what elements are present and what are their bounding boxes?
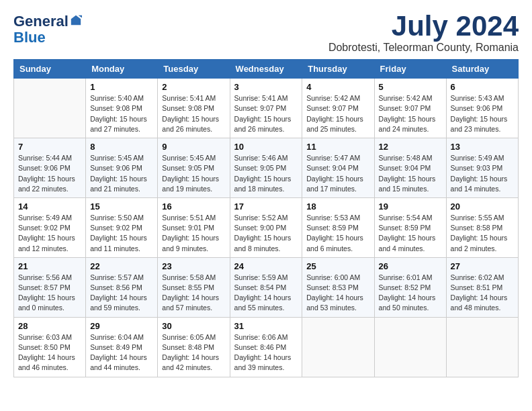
calendar-header-saturday: Saturday (446, 60, 518, 79)
calendar-cell: 19Sunrise: 5:54 AMSunset: 8:59 PMDayligh… (374, 197, 446, 257)
cell-info: Sunrise: 5:55 AMSunset: 8:58 PMDaylight:… (451, 213, 514, 254)
calendar-cell: 5Sunrise: 5:42 AMSunset: 9:07 PMDaylight… (374, 79, 446, 138)
calendar-cell: 18Sunrise: 5:53 AMSunset: 8:59 PMDayligh… (302, 197, 374, 257)
cell-day-number: 16 (162, 201, 225, 212)
cell-info: Sunrise: 5:44 AMSunset: 9:06 PMDaylight:… (18, 153, 81, 194)
calendar-cell (446, 317, 518, 377)
cell-info: Sunrise: 5:59 AMSunset: 8:54 PMDaylight:… (234, 273, 298, 314)
cell-info: Sunrise: 5:56 AMSunset: 8:57 PMDaylight:… (18, 273, 81, 314)
main-title: July 2024 (328, 11, 519, 42)
calendar-cell: 21Sunrise: 5:56 AMSunset: 8:57 PMDayligh… (14, 257, 86, 317)
calendar-header-row: SundayMondayTuesdayWednesdayThursdayFrid… (14, 60, 519, 79)
calendar-cell: 1Sunrise: 5:40 AMSunset: 9:08 PMDaylight… (86, 79, 158, 138)
subtitle: Dobrotesti, Teleorman County, Romania (328, 42, 519, 54)
cell-day-number: 22 (90, 261, 153, 271)
cell-day-number: 1 (90, 82, 153, 92)
cell-day-number: 6 (451, 82, 514, 92)
calendar-cell: 28Sunrise: 6:03 AMSunset: 8:50 PMDayligh… (14, 317, 86, 377)
calendar-cell: 16Sunrise: 5:51 AMSunset: 9:01 PMDayligh… (158, 197, 230, 257)
calendar-cell: 24Sunrise: 5:59 AMSunset: 8:54 PMDayligh… (230, 257, 302, 317)
calendar-header-tuesday: Tuesday (158, 60, 230, 79)
calendar-cell (374, 317, 446, 377)
cell-info: Sunrise: 5:41 AMSunset: 9:07 PMDaylight:… (234, 93, 298, 134)
calendar-cell (302, 317, 374, 377)
cell-day-number: 4 (306, 82, 369, 92)
cell-day-number: 13 (451, 142, 514, 152)
calendar-cell: 31Sunrise: 6:06 AMSunset: 8:46 PMDayligh… (230, 317, 302, 377)
cell-info: Sunrise: 5:53 AMSunset: 8:59 PMDaylight:… (306, 213, 369, 254)
calendar-cell: 30Sunrise: 6:05 AMSunset: 8:48 PMDayligh… (158, 317, 230, 377)
cell-info: Sunrise: 5:50 AMSunset: 9:02 PMDaylight:… (90, 213, 153, 254)
cell-day-number: 21 (18, 261, 81, 271)
cell-day-number: 2 (162, 82, 225, 92)
calendar-cell: 14Sunrise: 5:49 AMSunset: 9:02 PMDayligh… (14, 197, 86, 257)
cell-info: Sunrise: 5:51 AMSunset: 9:01 PMDaylight:… (162, 213, 225, 254)
calendar-cell: 22Sunrise: 5:57 AMSunset: 8:56 PMDayligh… (86, 257, 158, 317)
calendar-week-4: 21Sunrise: 5:56 AMSunset: 8:57 PMDayligh… (14, 257, 519, 317)
calendar-cell (14, 79, 86, 138)
cell-day-number: 14 (18, 201, 81, 212)
title-block: July 2024 Dobrotesti, Teleorman County, … (328, 11, 519, 54)
cell-info: Sunrise: 5:49 AMSunset: 9:03 PMDaylight:… (451, 153, 514, 194)
cell-info: Sunrise: 6:02 AMSunset: 8:51 PMDaylight:… (451, 273, 514, 314)
cell-info: Sunrise: 5:48 AMSunset: 9:04 PMDaylight:… (379, 153, 442, 194)
cell-info: Sunrise: 5:47 AMSunset: 9:04 PMDaylight:… (306, 153, 369, 194)
cell-day-number: 10 (234, 142, 298, 152)
cell-info: Sunrise: 5:58 AMSunset: 8:55 PMDaylight:… (162, 273, 225, 314)
calendar-header-friday: Friday (374, 60, 446, 79)
cell-day-number: 27 (451, 261, 514, 271)
calendar-cell: 3Sunrise: 5:41 AMSunset: 9:07 PMDaylight… (230, 79, 302, 138)
calendar-cell: 13Sunrise: 5:49 AMSunset: 9:03 PMDayligh… (446, 138, 518, 198)
calendar-week-3: 14Sunrise: 5:49 AMSunset: 9:02 PMDayligh… (14, 197, 519, 257)
cell-day-number: 26 (379, 261, 442, 271)
cell-info: Sunrise: 6:06 AMSunset: 8:46 PMDaylight:… (234, 332, 298, 373)
cell-day-number: 19 (379, 201, 442, 212)
logo-general-text: General (13, 13, 69, 30)
logo-icon (70, 14, 82, 26)
logo-blue-text: Blue (13, 29, 46, 46)
svg-marker-0 (71, 15, 81, 25)
cell-info: Sunrise: 5:52 AMSunset: 9:00 PMDaylight:… (234, 213, 298, 254)
calendar-cell: 8Sunrise: 5:45 AMSunset: 9:06 PMDaylight… (86, 138, 158, 198)
calendar-table: SundayMondayTuesdayWednesdayThursdayFrid… (13, 59, 519, 377)
calendar-cell: 6Sunrise: 5:43 AMSunset: 9:06 PMDaylight… (446, 79, 518, 138)
calendar-cell: 4Sunrise: 5:42 AMSunset: 9:07 PMDaylight… (302, 79, 374, 138)
calendar-header-wednesday: Wednesday (230, 60, 302, 79)
calendar-week-2: 7Sunrise: 5:44 AMSunset: 9:06 PMDaylight… (14, 138, 519, 198)
cell-day-number: 25 (306, 261, 369, 271)
cell-info: Sunrise: 5:54 AMSunset: 8:59 PMDaylight:… (379, 213, 442, 254)
cell-info: Sunrise: 6:05 AMSunset: 8:48 PMDaylight:… (162, 332, 225, 373)
cell-info: Sunrise: 5:45 AMSunset: 9:05 PMDaylight:… (162, 153, 225, 194)
cell-info: Sunrise: 5:45 AMSunset: 9:06 PMDaylight:… (90, 153, 153, 194)
cell-day-number: 24 (234, 261, 298, 271)
calendar-cell: 15Sunrise: 5:50 AMSunset: 9:02 PMDayligh… (86, 197, 158, 257)
cell-day-number: 3 (234, 82, 298, 92)
logo: General Blue (13, 13, 82, 46)
calendar-header-thursday: Thursday (302, 60, 374, 79)
calendar-cell: 2Sunrise: 5:41 AMSunset: 9:08 PMDaylight… (158, 79, 230, 138)
cell-day-number: 28 (18, 321, 81, 331)
calendar-cell: 9Sunrise: 5:45 AMSunset: 9:05 PMDaylight… (158, 138, 230, 198)
calendar-week-1: 1Sunrise: 5:40 AMSunset: 9:08 PMDaylight… (14, 79, 519, 138)
cell-info: Sunrise: 5:40 AMSunset: 9:08 PMDaylight:… (90, 93, 153, 134)
cell-day-number: 23 (162, 261, 225, 271)
cell-day-number: 9 (162, 142, 225, 152)
calendar-cell: 23Sunrise: 5:58 AMSunset: 8:55 PMDayligh… (158, 257, 230, 317)
calendar-cell: 7Sunrise: 5:44 AMSunset: 9:06 PMDaylight… (14, 138, 86, 198)
calendar-cell: 26Sunrise: 6:01 AMSunset: 8:52 PMDayligh… (374, 257, 446, 317)
cell-info: Sunrise: 5:57 AMSunset: 8:56 PMDaylight:… (90, 273, 153, 314)
calendar-cell: 25Sunrise: 6:00 AMSunset: 8:53 PMDayligh… (302, 257, 374, 317)
calendar-week-5: 28Sunrise: 6:03 AMSunset: 8:50 PMDayligh… (14, 317, 519, 377)
calendar-header-sunday: Sunday (14, 60, 86, 79)
cell-day-number: 18 (306, 201, 369, 212)
svg-marker-1 (79, 15, 82, 18)
calendar-cell: 20Sunrise: 5:55 AMSunset: 8:58 PMDayligh… (446, 197, 518, 257)
cell-day-number: 11 (306, 142, 369, 152)
cell-info: Sunrise: 5:42 AMSunset: 9:07 PMDaylight:… (379, 93, 442, 134)
cell-info: Sunrise: 5:43 AMSunset: 9:06 PMDaylight:… (451, 93, 514, 134)
calendar-cell: 10Sunrise: 5:46 AMSunset: 9:05 PMDayligh… (230, 138, 302, 198)
cell-info: Sunrise: 6:01 AMSunset: 8:52 PMDaylight:… (379, 273, 442, 314)
cell-day-number: 12 (379, 142, 442, 152)
calendar-header-monday: Monday (86, 60, 158, 79)
cell-day-number: 31 (234, 321, 298, 331)
